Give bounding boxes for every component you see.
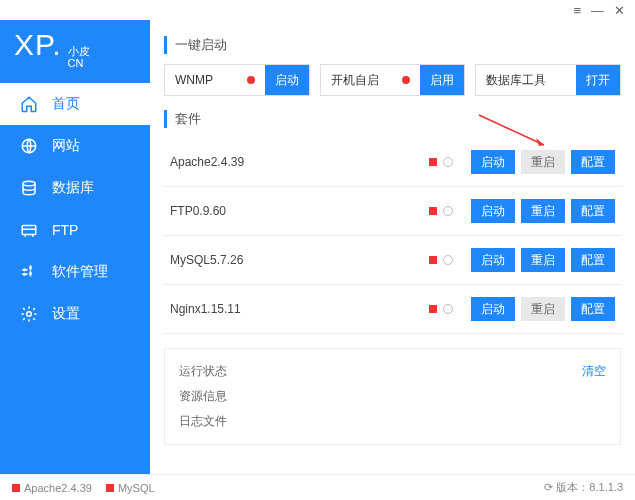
config-button[interactable]: 配置 bbox=[571, 248, 615, 272]
config-button[interactable]: 配置 bbox=[571, 150, 615, 174]
restart-button[interactable]: 重启 bbox=[521, 199, 565, 223]
status-dot bbox=[247, 76, 255, 84]
sw-icon bbox=[20, 263, 38, 281]
service-status bbox=[429, 157, 453, 167]
svg-point-7 bbox=[27, 312, 32, 317]
svg-point-3 bbox=[24, 269, 26, 271]
footer-status: Apache2.4.39 MySQL bbox=[12, 482, 155, 494]
home-icon bbox=[20, 95, 38, 113]
quick-wnmp: WNMP 启动 bbox=[164, 64, 310, 96]
status-square bbox=[12, 484, 20, 492]
service-name: Nginx1.15.11 bbox=[170, 302, 421, 316]
status-square bbox=[429, 256, 437, 264]
clear-button[interactable]: 清空 bbox=[582, 363, 606, 380]
section-suite: 套件 bbox=[164, 110, 621, 128]
footer: Apache2.4.39 MySQL ⟳ 版本：8.1.1.3 bbox=[0, 474, 635, 500]
service-buttons: 启动重启配置 bbox=[471, 248, 615, 272]
info-status-label: 运行状态 bbox=[179, 363, 227, 380]
gear-icon bbox=[20, 305, 38, 323]
start-button[interactable]: 启动 bbox=[471, 297, 515, 321]
svg-point-6 bbox=[30, 273, 32, 275]
svg-point-1 bbox=[23, 181, 35, 186]
refresh-icon[interactable]: ⟳ bbox=[544, 481, 553, 493]
sidebar-item-settings[interactable]: 设置 bbox=[0, 293, 150, 335]
close-icon[interactable]: ✕ bbox=[614, 3, 625, 18]
main-container: XP. 小皮 CN 首页 网站 数据库 FTP 软件管理 设置 bbox=[0, 20, 635, 474]
svg-point-5 bbox=[30, 267, 32, 269]
quick-start-row: WNMP 启动 开机自启 启用 数据库工具 打开 bbox=[164, 64, 621, 96]
quick-label: 数据库工具 bbox=[486, 72, 546, 89]
footer-version: ⟳ 版本：8.1.1.3 bbox=[544, 480, 623, 495]
service-list: Apache2.4.39启动重启配置FTP0.9.60启动重启配置MySQL5.… bbox=[164, 138, 621, 334]
service-buttons: 启动重启配置 bbox=[471, 150, 615, 174]
menu-icon[interactable]: ≡ bbox=[573, 3, 581, 18]
service-status bbox=[429, 255, 453, 265]
logo-cn: 小皮 CN bbox=[68, 45, 90, 69]
info-resource-label: 资源信息 bbox=[179, 388, 227, 405]
service-status bbox=[429, 206, 453, 216]
version-label: 版本： bbox=[556, 481, 589, 493]
start-button[interactable]: 启动 bbox=[471, 150, 515, 174]
sidebar-item-label: 网站 bbox=[52, 137, 80, 155]
start-button[interactable]: 启动 bbox=[471, 248, 515, 272]
logo-xp: XP. bbox=[14, 28, 62, 62]
service-row: Nginx1.15.11启动重启配置 bbox=[164, 285, 621, 334]
status-circle bbox=[443, 206, 453, 216]
service-row: MySQL5.7.26启动重启配置 bbox=[164, 236, 621, 285]
section-quick-start: 一键启动 bbox=[164, 36, 621, 54]
status-circle bbox=[443, 304, 453, 314]
globe-icon bbox=[20, 137, 38, 155]
enable-autostart-button[interactable]: 启用 bbox=[420, 65, 464, 95]
service-buttons: 启动重启配置 bbox=[471, 297, 615, 321]
sidebar-item-home[interactable]: 首页 bbox=[0, 83, 150, 125]
svg-point-4 bbox=[24, 274, 26, 276]
sidebar-item-label: 软件管理 bbox=[52, 263, 108, 281]
version-value: 8.1.1.3 bbox=[589, 481, 623, 493]
sidebar-item-label: 首页 bbox=[52, 95, 80, 113]
content: 一键启动 WNMP 启动 开机自启 启用 数据库工具 打开 套件 Apache2… bbox=[150, 20, 635, 474]
config-button[interactable]: 配置 bbox=[571, 297, 615, 321]
restart-button[interactable]: 重启 bbox=[521, 297, 565, 321]
status-circle bbox=[443, 255, 453, 265]
ftp-icon bbox=[20, 221, 38, 239]
status-square bbox=[106, 484, 114, 492]
db-icon bbox=[20, 179, 38, 197]
sidebar-item-database[interactable]: 数据库 bbox=[0, 167, 150, 209]
logo-line1: 小皮 bbox=[68, 45, 90, 57]
info-logs-label: 日志文件 bbox=[179, 413, 227, 430]
service-buttons: 启动重启配置 bbox=[471, 199, 615, 223]
sidebar-item-software[interactable]: 软件管理 bbox=[0, 251, 150, 293]
service-row: FTP0.9.60启动重启配置 bbox=[164, 187, 621, 236]
sidebar-item-ftp[interactable]: FTP bbox=[0, 209, 150, 251]
service-row: Apache2.4.39启动重启配置 bbox=[164, 138, 621, 187]
minimize-icon[interactable]: — bbox=[591, 3, 604, 18]
sidebar: XP. 小皮 CN 首页 网站 数据库 FTP 软件管理 设置 bbox=[0, 20, 150, 474]
status-dot bbox=[402, 76, 410, 84]
footer-item-label: MySQL bbox=[118, 482, 155, 494]
status-square bbox=[429, 305, 437, 313]
info-box: 运行状态 清空 资源信息 日志文件 bbox=[164, 348, 621, 445]
sidebar-item-label: FTP bbox=[52, 222, 78, 238]
service-name: Apache2.4.39 bbox=[170, 155, 421, 169]
status-square bbox=[429, 158, 437, 166]
sidebar-item-label: 设置 bbox=[52, 305, 80, 323]
quick-dbtool: 数据库工具 打开 bbox=[475, 64, 621, 96]
service-name: MySQL5.7.26 bbox=[170, 253, 421, 267]
start-wnmp-button[interactable]: 启动 bbox=[265, 65, 309, 95]
start-button[interactable]: 启动 bbox=[471, 199, 515, 223]
sidebar-item-website[interactable]: 网站 bbox=[0, 125, 150, 167]
logo-line2: CN bbox=[68, 57, 90, 69]
status-square bbox=[429, 207, 437, 215]
quick-autostart: 开机自启 启用 bbox=[320, 64, 466, 96]
quick-label: WNMP bbox=[175, 73, 213, 87]
restart-button[interactable]: 重启 bbox=[521, 248, 565, 272]
restart-button[interactable]: 重启 bbox=[521, 150, 565, 174]
status-circle bbox=[443, 157, 453, 167]
quick-label: 开机自启 bbox=[331, 72, 379, 89]
sidebar-item-label: 数据库 bbox=[52, 179, 94, 197]
service-name: FTP0.9.60 bbox=[170, 204, 421, 218]
config-button[interactable]: 配置 bbox=[571, 199, 615, 223]
logo: XP. 小皮 CN bbox=[0, 20, 150, 83]
open-dbtool-button[interactable]: 打开 bbox=[576, 65, 620, 95]
footer-apache: Apache2.4.39 bbox=[12, 482, 92, 494]
